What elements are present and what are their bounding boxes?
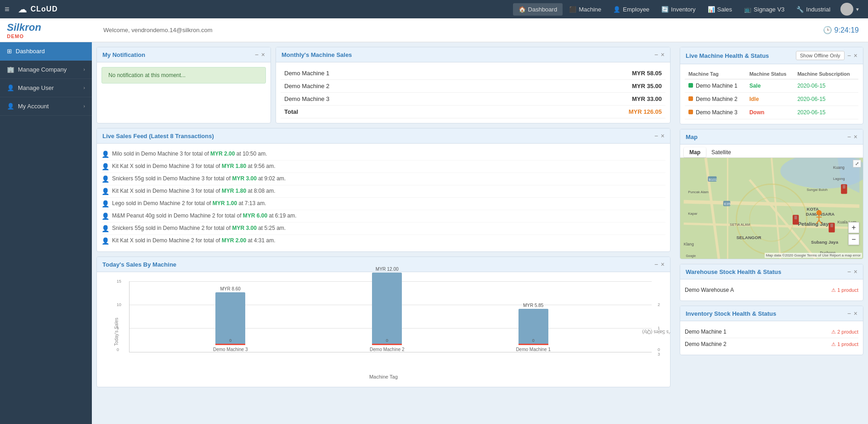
monthly-sales-close-btn[interactable]: ×	[661, 51, 665, 58]
svg-text:Lagong: Lagong	[833, 177, 845, 181]
map-tab-map[interactable]: Map	[684, 147, 706, 157]
svg-text:KOTA: KOTA	[807, 206, 819, 212]
y-right-tick-3: 3	[658, 352, 660, 357]
inventory-row: Demo Machine 1⚠ 2 product	[685, 326, 858, 338]
map-display[interactable]: Kuang Lagong Puncak Alam Sungai Buloh Ka…	[680, 158, 863, 259]
map-minimize-btn[interactable]: −	[847, 133, 851, 140]
svg-text:Sungai Buloh: Sungai Buloh	[807, 188, 828, 192]
monthly-sales-minimize-btn[interactable]: −	[654, 51, 658, 58]
feed-item: 👤Kit Kat X sold in Demo Machine 2 for to…	[101, 235, 665, 247]
svg-text:SELANGOR: SELANGOR	[736, 235, 761, 240]
live-machine-close-btn[interactable]: ×	[854, 52, 857, 59]
notification-close-btn[interactable]: ×	[261, 51, 265, 58]
inventory-close-btn[interactable]: ×	[854, 310, 857, 317]
nav-item-industrial[interactable]: 🔧 Industrial	[791, 3, 836, 16]
svg-rect-33	[830, 223, 833, 227]
employee-icon: 👤	[613, 6, 620, 13]
welcome-text: Welcome, vendrondemo.14@silkron.com	[99, 27, 823, 33]
manage-user-caret-icon: ›	[84, 85, 85, 90]
svg-text:Kuang: Kuang	[833, 165, 845, 170]
machine-status-row: Demo Machine 1 Sale 2020-06-15	[685, 79, 858, 93]
svg-text:B101: B101	[709, 178, 717, 182]
sidebar-item-dashboard[interactable]: ⊞ Dashboard	[0, 42, 92, 61]
inventory-widget: Inventory Stock Health & Status − × Demo…	[680, 306, 863, 355]
bar-machine2-label: MYR 12.00	[376, 267, 399, 272]
company-icon: 🏢	[7, 66, 14, 73]
bar-machine2-qty: 0	[386, 338, 388, 343]
chart-x-label: Machine Tag	[101, 374, 665, 379]
nav-item-inventory[interactable]: 🔄 Inventory	[656, 3, 701, 16]
feed-item: 👤Snickers 55g sold in Demo Machine 2 for…	[101, 223, 665, 235]
sidebar-item-my-account[interactable]: 👤 My Account ›	[0, 97, 92, 116]
map-svg: Kuang Lagong Puncak Alam Sungai Buloh Ka…	[680, 158, 863, 259]
bar-machine1-label: MYR 5.85	[523, 303, 543, 308]
nav-item-sales[interactable]: 📊 Sales	[702, 3, 738, 16]
monthly-sales-header: Monthly's Machine Sales − ×	[276, 47, 670, 62]
svg-text:Puncak Alam: Puncak Alam	[688, 190, 709, 194]
chart-y-label: Today's Sales	[114, 318, 119, 346]
svg-text:SETIA ALAM: SETIA ALAM	[730, 223, 750, 227]
monthly-sales-body: Demo Machine 1MYR 58.05Demo Machine 2MYR…	[276, 62, 670, 123]
live-machine-body: Machine Tag Machine Status Machine Subsc…	[680, 64, 863, 124]
inventory-minimize-btn[interactable]: −	[847, 310, 851, 317]
bar-machine3-bar: 0	[215, 292, 245, 344]
monthly-sales-total-row: TotalMYR 126.05	[281, 106, 665, 118]
inventory-header: Inventory Stock Health & Status − ×	[680, 306, 863, 321]
warehouse-body: Demo Warehouse A⚠ 1 product	[680, 279, 863, 301]
svg-rect-31	[795, 216, 797, 219]
warehouse-close-btn[interactable]: ×	[854, 268, 857, 275]
bar-machine1-accent	[519, 344, 548, 345]
machine-status-row: Demo Machine 3 Down 2020-06-15	[685, 106, 858, 119]
map-zoom-in-btn[interactable]: +	[848, 222, 859, 233]
sidebar-item-manage-user[interactable]: 👤 Manage User ›	[0, 79, 92, 97]
map-zoom-out-btn[interactable]: −	[848, 234, 859, 245]
bar-machine3-x-label: Demo Machine 3	[213, 347, 248, 352]
map-expand-btn[interactable]: ⤢	[853, 160, 861, 167]
live-machine-widget: Live Machine Health & Status Show Offlin…	[680, 47, 863, 124]
feed-item: 👤Milo sold in Demo Machine 3 for total o…	[101, 148, 665, 161]
inventory-row: Demo Machine 2⚠ 1 product	[685, 338, 858, 350]
machine-status-table: Machine Tag Machine Status Machine Subsc…	[685, 69, 858, 119]
todays-sales-close-btn[interactable]: ×	[661, 261, 665, 268]
notification-title: My Notification	[102, 51, 145, 58]
live-feed-minimize-btn[interactable]: −	[654, 132, 658, 139]
clock-time: 9:24:19	[834, 26, 859, 34]
content-area: My Notification − × No notification at t…	[92, 42, 675, 424]
bar-machine1: MYR 5.85 0 Demo Machine 1	[516, 303, 551, 352]
chart-area: 15 10 2 5 1 0 0 3	[129, 281, 652, 352]
nav-item-signage[interactable]: 📺 Signage V3	[738, 3, 790, 16]
inventory-title: Inventory Stock Health & Status	[686, 310, 776, 317]
bar-machine3-accent	[215, 344, 245, 345]
bar-machine2-x-label: Demo Machine 2	[370, 347, 405, 352]
bar-machine3: MYR 8.60 0 Demo Machine 3	[213, 286, 248, 352]
live-feed-close-btn[interactable]: ×	[661, 132, 665, 139]
map-tab-satellite[interactable]: Satellite	[706, 147, 737, 157]
bar-machine1-x-label: Demo Machine 1	[516, 347, 551, 352]
nav-item-machine[interactable]: ⬛ Machine	[564, 3, 607, 16]
notification-minimize-btn[interactable]: −	[255, 51, 259, 58]
user-avatar-wrap[interactable]: ▼	[837, 1, 863, 17]
y-right-tick-0: 0	[658, 347, 660, 352]
bar-machine1-qty: 0	[532, 338, 535, 343]
live-feed-title: Live Sales Feed (Latest 8 Transactions)	[102, 133, 214, 139]
nav-item-dashboard[interactable]: 🏠 Dashboard	[513, 3, 563, 16]
machine-icon: ⬛	[569, 6, 576, 13]
monthly-sales-widget: Monthly's Machine Sales − × Demo Machine…	[276, 47, 671, 123]
y-tick-5: 5	[117, 326, 119, 330]
my-notification-widget: My Notification − × No notification at t…	[96, 47, 271, 123]
nav-item-employee[interactable]: 👤 Employee	[608, 3, 655, 16]
hamburger-button[interactable]: ≡	[5, 5, 10, 14]
todays-sales-minimize-btn[interactable]: −	[654, 261, 658, 268]
logo-area: ≡ ☁ CLoUD	[5, 4, 96, 15]
brand-bar: Silkron DEMO Welcome, vendrondemo.14@sil…	[0, 18, 868, 42]
y-tick-0: 0	[117, 347, 119, 352]
show-offline-only-btn[interactable]: Show Offline Only	[796, 51, 845, 60]
sidebar-item-manage-company[interactable]: 🏢 Manage Company ›	[0, 61, 92, 79]
warehouse-minimize-btn[interactable]: −	[847, 268, 851, 275]
map-close-btn[interactable]: ×	[854, 133, 857, 140]
feed-item: 👤Lego sold in Demo Machine 2 for total o…	[101, 198, 665, 210]
map-attribution: Map data ©2020 Google Terms of Use Repor…	[765, 253, 862, 258]
live-machine-minimize-btn[interactable]: −	[847, 52, 851, 59]
inventory-icon: 🔄	[661, 6, 669, 13]
svg-text:Google: Google	[686, 254, 696, 258]
